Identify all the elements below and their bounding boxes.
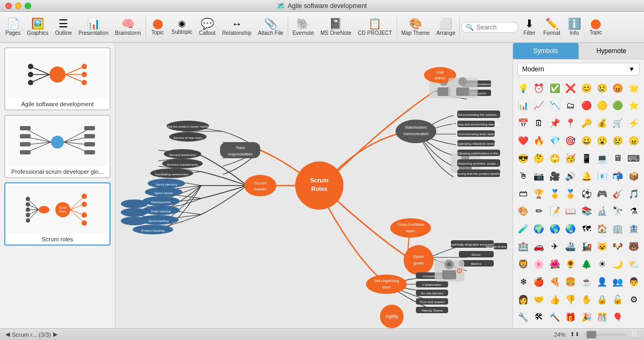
symbol-soccer[interactable]: ⚽	[580, 187, 594, 201]
toolbar-map-theme[interactable]: 🎨 Map Theme	[398, 16, 433, 38]
symbol-heart[interactable]: ❤️	[516, 134, 530, 148]
toolbar-filter[interactable]: ⬇ Filter	[518, 16, 540, 38]
symbol-star-yellow[interactable]: ⭐	[627, 99, 641, 113]
symbol-plane[interactable]: ✈	[548, 240, 562, 254]
toolbar-info[interactable]: ℹ️ Info	[564, 16, 585, 38]
symbol-flower-red[interactable]: 🌺	[548, 257, 562, 271]
symbol-face-roll[interactable]: 🙄	[548, 151, 562, 165]
symbol-red-dot[interactable]: 🔴	[580, 99, 594, 113]
toolbar-attach-file[interactable]: 📎 Attach File	[255, 16, 287, 38]
slide-thumb-1[interactable]: Agile software development	[4, 47, 111, 110]
symbol-yellow-dot[interactable]: 🟡	[595, 99, 609, 113]
toolbar-presentation[interactable]: 📊 Presentation	[75, 16, 112, 38]
symbol-balloon[interactable]: 🎈	[611, 310, 625, 324]
symbol-hospital[interactable]: 🏥	[516, 240, 530, 254]
symbol-hand[interactable]: ✋	[580, 292, 594, 306]
symbol-books[interactable]: 📚	[580, 204, 594, 218]
zoom-slider[interactable]	[584, 333, 627, 336]
symbol-book[interactable]: 📖	[564, 204, 577, 218]
symbol-pin[interactable]: 📌	[548, 116, 562, 130]
toolbar-brainstorm[interactable]: 🧠 Brainstorm	[112, 16, 144, 38]
symbol-cat[interactable]: 😺	[595, 240, 609, 254]
symbol-pencil[interactable]: ✏	[532, 204, 546, 218]
toolbar-outline[interactable]: ☰ Outline	[52, 16, 75, 38]
symbol-sad[interactable]: 😢	[595, 81, 609, 95]
symbol-calendar2[interactable]: 🗓	[532, 116, 546, 130]
symbol-keyboard[interactable]: ⌨	[627, 151, 641, 165]
symbol-laptop[interactable]: 💻	[595, 151, 609, 165]
symbol-fire[interactable]: 🔥	[532, 134, 546, 148]
toolbar-evernote[interactable]: 🐘 Evernote	[289, 16, 317, 38]
symbol-clock[interactable]: ⏰	[532, 81, 546, 95]
symbol-tree[interactable]: 🌲	[580, 257, 594, 271]
toolbar-arrange[interactable]: ⬜ Arrange	[433, 16, 459, 38]
symbol-game[interactable]: 🎮	[595, 187, 609, 201]
symbol-apple[interactable]: 🍎	[532, 275, 546, 289]
symbol-confetti[interactable]: 🎊	[595, 310, 609, 324]
symbol-medal-gold[interactable]: 🥇	[548, 187, 562, 201]
symbol-chart-bar[interactable]: 📊	[516, 99, 530, 113]
search-box[interactable]: 🔍	[461, 22, 518, 33]
symbol-person[interactable]: 👤	[595, 275, 609, 289]
symbol-face-wow[interactable]: 😮	[595, 134, 609, 148]
symbol-medal[interactable]: 🏅	[564, 187, 577, 201]
fit-window-button[interactable]: ⬜	[631, 331, 639, 338]
symbol-pizza[interactable]: 🍕	[548, 275, 562, 289]
toolbar-graphics[interactable]: 🖼️ Graphics	[24, 16, 52, 38]
symbol-calendar[interactable]: 📅	[516, 116, 530, 130]
symbol-globe-am[interactable]: 🌎	[548, 222, 562, 236]
toolbar-callout[interactable]: 💬 Callout	[196, 16, 219, 38]
symbol-star[interactable]: 🌟	[627, 81, 641, 95]
symbol-handshake[interactable]: 🤝	[532, 292, 546, 306]
symbol-flower-pink[interactable]: 🌸	[532, 257, 546, 271]
symbol-ship[interactable]: 🚢	[564, 240, 577, 254]
symbol-lightbulb[interactable]: 💡	[516, 81, 530, 95]
symbol-check[interactable]: ✅	[548, 81, 562, 95]
zoom-stepper[interactable]: ⬆⬇	[570, 331, 580, 338]
symbol-snow[interactable]: ❄	[516, 275, 530, 289]
symbol-globe-eu[interactable]: 🌍	[532, 222, 546, 236]
toolbar-pages[interactable]: 📄 Pages	[2, 16, 24, 38]
symbol-sun[interactable]: ☀	[595, 257, 609, 271]
symbol-party[interactable]: 🥳	[564, 151, 577, 165]
symbol-cross[interactable]: ❌	[564, 81, 577, 95]
symbol-package[interactable]: 📦	[627, 169, 641, 183]
tab-symbols[interactable]: Symbols	[513, 43, 579, 59]
symbol-green-dot[interactable]: 🟢	[611, 99, 625, 113]
search-input[interactable]	[476, 24, 514, 31]
symbol-smile[interactable]: 😊	[580, 81, 594, 95]
toolbar-relationship[interactable]: ↔️ Relationship	[219, 16, 255, 38]
symbol-face-think[interactable]: 🤔	[532, 151, 546, 165]
symbol-tada[interactable]: 🎉	[580, 310, 594, 324]
toolbar-format[interactable]: ✏️ Format	[540, 16, 564, 38]
symbol-house[interactable]: 🏠	[595, 222, 609, 236]
symbol-music[interactable]: 🎵	[627, 187, 641, 201]
symbol-tools[interactable]: 🛠	[532, 310, 546, 324]
symbol-lightning[interactable]: ⚡	[627, 116, 641, 130]
symbol-hammer[interactable]: 🔨	[548, 310, 562, 324]
symbol-burger[interactable]: 🍔	[564, 275, 577, 289]
symbol-man[interactable]: 👨	[627, 275, 641, 289]
symbol-sunflower[interactable]: 🌻	[564, 257, 577, 271]
symbol-train[interactable]: 🚂	[580, 240, 594, 254]
symbol-video[interactable]: 🎥	[548, 169, 562, 183]
symbol-bear[interactable]: 🐻	[627, 240, 641, 254]
symbol-office[interactable]: 🏢	[611, 222, 625, 236]
slide-thumb-2[interactable]: Professional scrum developer glo...	[4, 115, 111, 178]
symbol-phone[interactable]: 📱	[580, 151, 594, 165]
symbol-mouse[interactable]: 🖱	[516, 169, 530, 183]
symbol-target[interactable]: 🎯	[564, 134, 577, 148]
symbol-car[interactable]: 🚗	[532, 240, 546, 254]
symbols-style-dropdown[interactable]: Modern ▼	[517, 63, 640, 76]
symbol-telescope[interactable]: 🔭	[611, 204, 625, 218]
symbol-note[interactable]: 📝	[548, 204, 562, 218]
tab-hypernote[interactable]: Hypernote	[579, 43, 645, 59]
symbol-coffee[interactable]: ☕	[580, 275, 594, 289]
symbol-woman[interactable]: 👩	[516, 292, 530, 306]
symbol-map[interactable]: 🗺	[580, 222, 594, 236]
symbol-thumbup[interactable]: 👍	[548, 292, 562, 306]
maximize-button[interactable]	[25, 3, 31, 9]
prev-slide-button[interactable]: ◀	[5, 331, 10, 338]
symbol-face-happy[interactable]: 😀	[580, 134, 594, 148]
symbol-cart[interactable]: 🛒	[611, 116, 625, 130]
